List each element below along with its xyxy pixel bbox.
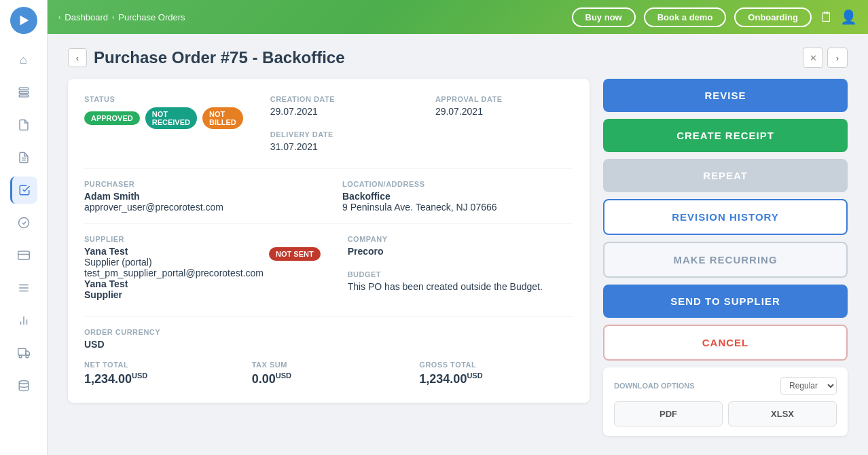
purchaser-name: Adam Smith [84, 191, 315, 202]
approval-date-value: 29.07.2021 [435, 106, 573, 117]
pdf-download-button[interactable]: PDF [614, 401, 723, 426]
sidebar-item-orders[interactable] [10, 177, 37, 204]
make-recurring-button[interactable]: MAKE RECURRING [603, 242, 848, 278]
supplier-col: SUPPLIER Yana Test Supplier (portal) tes… [84, 235, 321, 306]
approval-date-section: APPROVAL DATE 29.07.2021 [435, 95, 573, 117]
notifications-icon[interactable]: 🗒 [820, 10, 833, 25]
budget-label: BUDGET [348, 270, 573, 278]
net-total-label: NET TOTAL [84, 361, 238, 369]
page-nav-buttons: ✕ › [803, 48, 848, 68]
svg-rect-1 [19, 88, 29, 90]
app-logo[interactable] [10, 7, 37, 34]
currency-value: USD [84, 339, 573, 350]
topnav-user-icons: 🗒 👤 [820, 9, 857, 25]
sidebar-item-wallet[interactable] [10, 242, 37, 269]
sidebar-item-chart[interactable] [10, 307, 37, 334]
dates-col: CREATION DATE 29.07.2021 DELIVERY DATE 3… [270, 95, 408, 166]
page-content: ‹ Purchase Order #75 - Backoffice ✕ › ST… [48, 34, 868, 455]
svg-marker-16 [26, 351, 29, 355]
creation-date-value: 29.07.2021 [270, 106, 408, 117]
svg-rect-15 [18, 348, 25, 355]
sidebar-item-database[interactable] [10, 372, 37, 399]
svg-point-17 [19, 355, 22, 358]
currency-label: ORDER CURRENCY [84, 328, 573, 336]
supplier-company-section: SUPPLIER Yana Test Supplier (portal) tes… [84, 235, 573, 306]
sidebar-item-check[interactable] [10, 209, 37, 236]
back-button[interactable]: ‹ [68, 48, 87, 67]
budget-text: This PO has been created outside the Bud… [348, 281, 573, 292]
company-name: Precoro [348, 246, 573, 257]
send-to-supplier-button[interactable]: SEND TO SUPPLIER [603, 285, 848, 318]
top-navigation: ‹ Dashboard ‹ Purchase Orders Buy now Bo… [48, 0, 868, 34]
svg-point-18 [26, 355, 29, 358]
approved-badge: APPROVED [84, 111, 140, 125]
cancel-button[interactable]: CANCEL [603, 325, 848, 361]
xlsx-download-button[interactable]: XLSX [728, 401, 837, 426]
gross-total-label: GROSS TOTAL [419, 361, 573, 369]
approval-col: APPROVAL DATE 29.07.2021 [435, 95, 573, 166]
location-address: 9 Peninsula Ave. Teaneck, NJ 07666 [342, 202, 573, 213]
svg-point-6 [18, 218, 29, 228]
main-area: ‹ Dashboard ‹ Purchase Orders Buy now Bo… [48, 0, 868, 455]
revise-button[interactable]: REVISE [603, 79, 848, 112]
sidebar-item-list[interactable] [10, 79, 37, 106]
company-label: COMPANY [348, 235, 573, 243]
download-options-card: DOWNLOAD OPTIONS Regular Detailed PDF XL… [603, 367, 848, 436]
supplier-label: SUPPLIER [84, 235, 321, 243]
gross-total-value: 1,234.00USD [419, 371, 573, 386]
delivery-date-section: DELIVERY DATE 31.07.2021 [270, 130, 408, 152]
purchaser-label: PURCHASER [84, 180, 315, 188]
sidebar-item-home[interactable]: ⌂ [10, 46, 37, 73]
breadcrumb-separator: ‹ [112, 14, 114, 21]
buy-now-button[interactable]: Buy now [572, 7, 636, 27]
tax-sum-value: 0.00USD [252, 371, 406, 386]
status-label: STATUS [84, 95, 243, 103]
net-total-value: 1,234.00USD [84, 371, 238, 386]
download-format-select[interactable]: Regular Detailed [780, 377, 837, 395]
close-button[interactable]: ✕ [803, 48, 823, 68]
purchaser-location-section: PURCHASER Adam Smith approver_user@preco… [84, 180, 573, 213]
user-avatar-icon[interactable]: 👤 [840, 9, 857, 25]
page-title-area: ‹ Purchase Order #75 - Backoffice [68, 48, 345, 67]
repeat-button[interactable]: REPEAT [603, 159, 848, 192]
svg-rect-2 [19, 92, 29, 94]
creation-date-section: CREATION DATE 29.07.2021 [270, 95, 408, 117]
download-buttons: PDF XLSX [614, 401, 837, 426]
status-dates-section: STATUS APPROVED NOTRECEIVED NOT BILLED C… [84, 95, 573, 166]
svg-rect-3 [19, 95, 29, 97]
breadcrumb-dashboard[interactable]: Dashboard [65, 12, 108, 22]
book-demo-button[interactable]: Book a demo [644, 7, 727, 27]
revision-history-button[interactable]: REVISION HISTORY [603, 199, 848, 235]
download-options-label: DOWNLOAD OPTIONS [614, 382, 695, 390]
delivery-date-value: 31.07.2021 [270, 141, 408, 152]
page-header: ‹ Purchase Order #75 - Backoffice ✕ › [68, 48, 848, 68]
budget-section: BUDGET This PO has been created outside … [348, 270, 573, 292]
svg-rect-7 [18, 251, 29, 259]
sidebar-item-menu[interactable] [10, 274, 37, 302]
net-total-col: NET TOTAL 1,234.00USD [84, 361, 238, 386]
purchaser-email: approver_user@precorotest.com [84, 202, 315, 213]
create-receipt-button[interactable]: CREATE RECEIPT [603, 119, 848, 152]
sidebar-item-truck[interactable] [10, 340, 37, 367]
delivery-date-label: DELIVERY DATE [270, 130, 408, 139]
page-title: Purchase Order #75 - Backoffice [94, 48, 345, 67]
not-billed-badge: NOT BILLED [202, 107, 243, 129]
sidebar-item-file[interactable] [10, 144, 37, 171]
not-received-badge: NOTRECEIVED [145, 107, 197, 129]
currency-section: ORDER CURRENCY USD [84, 328, 573, 350]
breadcrumb-purchase-orders[interactable]: Purchase Orders [118, 12, 185, 22]
company-section: COMPANY Precoro [348, 235, 573, 257]
breadcrumb: ‹ Dashboard ‹ Purchase Orders [58, 12, 185, 22]
supplier-contact: Yana Test [84, 278, 264, 289]
gross-total-col: GROSS TOTAL 1,234.00USD [419, 361, 573, 386]
sidebar-item-document[interactable] [10, 111, 37, 139]
order-info-card: STATUS APPROVED NOTRECEIVED NOT BILLED C… [68, 79, 590, 403]
download-header: DOWNLOAD OPTIONS Regular Detailed [614, 377, 837, 395]
content-row: STATUS APPROVED NOTRECEIVED NOT BILLED C… [68, 79, 848, 436]
next-button[interactable]: › [827, 48, 848, 68]
status-col: STATUS APPROVED NOTRECEIVED NOT BILLED [84, 95, 243, 166]
supplier-type: Supplier (portal) [84, 257, 264, 268]
svg-marker-0 [20, 16, 29, 26]
supplier-contact2: Supplier [84, 289, 264, 300]
onboarding-button[interactable]: Onboarding [734, 7, 812, 27]
